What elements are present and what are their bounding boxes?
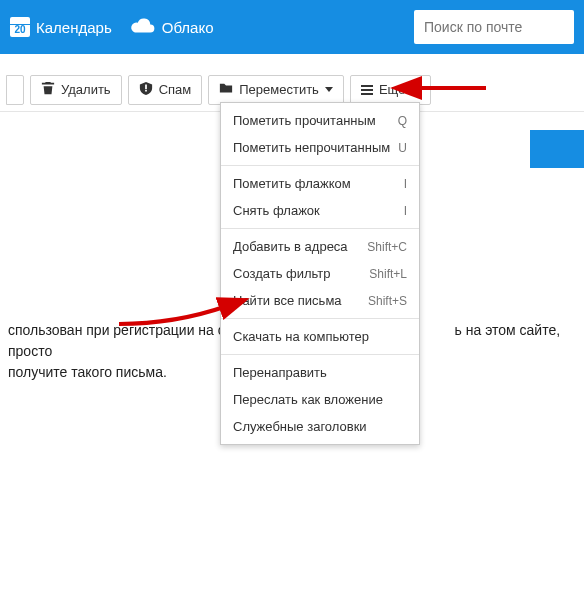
spam-icon (139, 81, 153, 98)
cloud-nav[interactable]: Облако (130, 17, 214, 38)
menu-separator (221, 228, 419, 229)
menu-item-label: Снять флажок (233, 203, 320, 218)
calendar-label: Календарь (36, 19, 112, 36)
menu-item-label: Переслать как вложение (233, 392, 383, 407)
menu-item[interactable]: Скачать на компьютер (221, 323, 419, 350)
menu-item-label: Перенаправить (233, 365, 327, 380)
menu-item-label: Создать фильтр (233, 266, 331, 281)
menu-item-shortcut: U (398, 141, 407, 155)
menu-item-shortcut: Q (398, 114, 407, 128)
delete-button[interactable]: Удалить (30, 75, 122, 105)
menu-item[interactable]: Пометить прочитаннымQ (221, 107, 419, 134)
menu-item-label: Пометить непрочитанным (233, 140, 390, 155)
menu-item-label: Добавить в адреса (233, 239, 348, 254)
menu-separator (221, 318, 419, 319)
spam-button[interactable]: Спам (128, 75, 203, 105)
menu-item[interactable]: Создать фильтрShift+L (221, 260, 419, 287)
prev-button[interactable] (6, 75, 24, 105)
menu-separator (221, 165, 419, 166)
calendar-icon: 20 (10, 17, 30, 37)
menu-item-label: Найти все письма (233, 293, 342, 308)
chevron-down-icon (412, 87, 420, 92)
menu-item-label: Пометить флажком (233, 176, 351, 191)
menu-item[interactable]: Служебные заголовки (221, 413, 419, 440)
menu-item[interactable]: Пометить флажкомI (221, 170, 419, 197)
menu-icon (361, 85, 373, 95)
search-input[interactable] (414, 10, 574, 44)
banner-strip (530, 130, 584, 168)
menu-item[interactable]: Пометить непрочитаннымU (221, 134, 419, 161)
top-header: 20 Календарь Облако (0, 0, 584, 54)
menu-item-label: Скачать на компьютер (233, 329, 369, 344)
menu-item-label: Служебные заголовки (233, 419, 367, 434)
menu-item-shortcut: Shift+C (367, 240, 407, 254)
menu-item[interactable]: Переслать как вложение (221, 386, 419, 413)
folder-icon (219, 81, 233, 98)
calendar-nav[interactable]: 20 Календарь (10, 17, 112, 37)
search-wrap (414, 10, 574, 44)
menu-item[interactable]: Снять флажокI (221, 197, 419, 224)
menu-item-shortcut: I (404, 177, 407, 191)
trash-icon (41, 81, 55, 98)
menu-item[interactable]: Добавить в адресаShift+C (221, 233, 419, 260)
menu-item-shortcut: Shift+L (369, 267, 407, 281)
cloud-icon (130, 17, 156, 38)
chevron-down-icon (325, 87, 333, 92)
cloud-label: Облако (162, 19, 214, 36)
menu-item-shortcut: I (404, 204, 407, 218)
more-menu: Пометить прочитаннымQПометить непрочитан… (220, 102, 420, 445)
menu-separator (221, 354, 419, 355)
move-button[interactable]: Переместить (208, 75, 344, 105)
menu-item[interactable]: Найти все письмаShift+S (221, 287, 419, 314)
menu-item[interactable]: Перенаправить (221, 359, 419, 386)
more-button[interactable]: Ещё (350, 75, 431, 105)
menu-item-label: Пометить прочитанным (233, 113, 376, 128)
menu-item-shortcut: Shift+S (368, 294, 407, 308)
